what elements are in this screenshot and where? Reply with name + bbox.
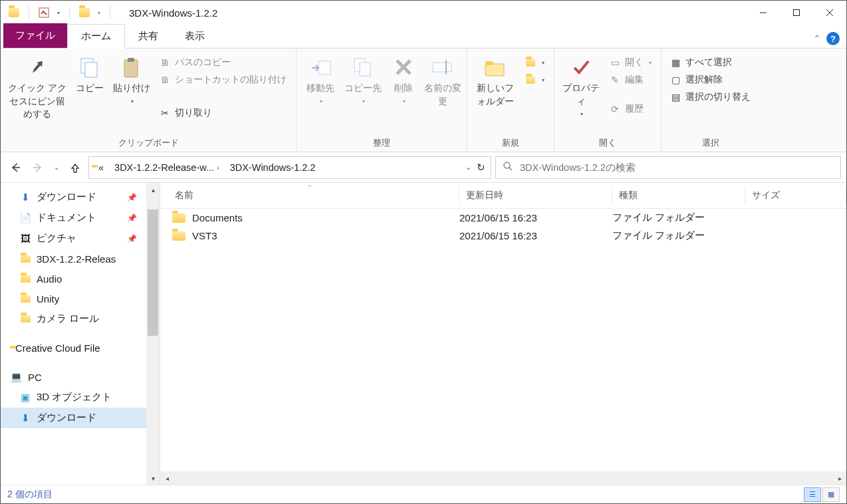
breadcrumb-part1[interactable]: 3DX-1.2.2-Release-w...› — [110, 162, 223, 173]
sidebar-item-creative-cloud[interactable]: Creative Cloud File — [1, 338, 146, 358]
file-row[interactable]: VST3 2021/06/15 16:23 ファイル フォルダー — [160, 227, 846, 245]
move-to-button[interactable]: 移動先▾ — [301, 51, 340, 109]
tab-view[interactable]: 表示 — [172, 25, 218, 48]
path-icon: 🗎 — [159, 57, 171, 68]
copy-button[interactable]: コピー — [71, 51, 108, 99]
folder-icon — [19, 253, 31, 265]
forward-button[interactable] — [29, 158, 47, 177]
copy-path-button[interactable]: 🗎パスのコピー — [155, 55, 292, 70]
svg-rect-8 — [128, 58, 134, 62]
sidebar-item-audio[interactable]: Audio — [1, 269, 146, 289]
folder-icon — [172, 231, 185, 241]
cut-button[interactable]: ✂切り取り — [155, 106, 292, 120]
invert-selection-button[interactable]: ▤選択の切り替え — [666, 90, 756, 104]
paste-icon — [120, 55, 144, 79]
file-row[interactable]: Documents 2021/06/15 16:23 ファイル フォルダー — [160, 209, 846, 227]
column-size[interactable]: サイズ — [745, 187, 846, 204]
svg-rect-7 — [124, 60, 138, 77]
scroll-right-icon[interactable]: ▸ — [833, 471, 846, 485]
sidebar-item-downloads[interactable]: ⬇ダウンロード📌 — [1, 187, 146, 207]
address-dropdown-icon[interactable]: ⌄ — [465, 163, 471, 172]
search-box[interactable] — [495, 156, 841, 179]
rename-icon — [431, 55, 455, 79]
sidebar: ⬇ダウンロード📌 📄ドキュメント📌 🖼ピクチャ📌 3DX-1.2.2-Relea… — [1, 183, 160, 485]
move-to-icon — [308, 55, 332, 79]
open-icon: ▭ — [609, 57, 621, 68]
new-item-button[interactable]: ▾ — [521, 55, 550, 70]
close-button[interactable] — [813, 1, 846, 25]
ribbon-tabs: ファイル ホーム 共有 表示 ⌃ ? — [1, 25, 846, 49]
sidebar-item-camera[interactable]: カメラ ロール — [1, 309, 146, 329]
select-all-button[interactable]: ▦すべて選択 — [666, 55, 756, 70]
svg-rect-14 — [433, 63, 451, 72]
properties-qat-icon[interactable] — [39, 7, 49, 18]
edit-icon: ✎ — [609, 74, 621, 86]
select-none-button[interactable]: ▢選択解除 — [666, 72, 756, 87]
svg-rect-6 — [85, 63, 97, 77]
recent-dropdown[interactable]: ⌄ — [51, 158, 62, 177]
sidebar-item-unity[interactable]: Unity — [1, 289, 146, 309]
qat-dropdown-icon[interactable]: ▾ — [57, 10, 60, 16]
open-button[interactable]: ▭開く▾ — [605, 55, 657, 70]
edit-button[interactable]: ✎編集 — [605, 72, 657, 87]
back-button[interactable] — [6, 158, 25, 177]
paste-shortcut-button[interactable]: 🗎ショートカットの貼り付け — [155, 72, 292, 87]
breadcrumb-overflow[interactable]: « — [94, 162, 108, 173]
scissors-icon: ✂ — [159, 107, 171, 119]
search-input[interactable] — [520, 162, 834, 173]
column-date[interactable]: 更新日時 — [459, 187, 612, 204]
group-label-organize: 整理 — [301, 137, 463, 150]
sidebar-item-pictures[interactable]: 🖼ピクチャ📌 — [1, 228, 146, 249]
ribbon-group-clipboard: クイック アクセスにピン留めする コピー 貼り付け ▾ 🗎パスのコピー 🗎ショー… — [1, 49, 297, 152]
sidebar-item-release[interactable]: 3DX-1.2.2-Releas — [1, 249, 146, 269]
scroll-left-icon[interactable]: ◂ — [160, 471, 174, 485]
tab-share[interactable]: 共有 — [125, 25, 172, 48]
sidebar-item-3d[interactable]: ▣3D オブジェクト — [1, 387, 146, 408]
rename-button[interactable]: 名前の変更 — [423, 51, 463, 112]
sidebar-item-downloads2[interactable]: ⬇ダウンロード — [1, 408, 146, 428]
ribbon-group-new: 新しいフォルダー ▾ ▾ 新規 — [467, 49, 554, 152]
properties-button[interactable]: プロパティ▾ — [558, 51, 604, 122]
column-type[interactable]: 種類 — [612, 187, 745, 204]
file-list[interactable]: Documents 2021/06/15 16:23 ファイル フォルダー VS… — [160, 209, 846, 471]
pictures-icon: 🖼 — [19, 233, 31, 245]
sidebar-item-pc[interactable]: 💻PC — [1, 367, 146, 387]
copy-to-button[interactable]: コピー先▾ — [342, 51, 384, 109]
content-area: ⬇ダウンロード📌 📄ドキュメント📌 🖼ピクチャ📌 3DX-1.2.2-Relea… — [1, 183, 846, 485]
address-bar[interactable]: « 3DX-1.2.2-Release-w...› 3DX-Windows-1.… — [88, 156, 491, 179]
scroll-down-icon[interactable]: ▾ — [146, 471, 160, 485]
new-folder-button[interactable]: 新しいフォルダー — [471, 51, 519, 112]
tab-file[interactable]: ファイル — [3, 23, 67, 48]
refresh-icon[interactable]: ↻ — [477, 162, 485, 174]
delete-button[interactable]: 削除▾ — [386, 51, 422, 109]
minimize-button[interactable] — [747, 1, 780, 25]
help-icon[interactable]: ? — [826, 32, 840, 45]
paste-button[interactable]: 貼り付け ▾ — [110, 51, 154, 109]
column-name[interactable]: ⌃ 名前 — [160, 187, 459, 204]
qat-customize-icon[interactable]: ▾ — [98, 10, 100, 16]
details-view-button[interactable]: ☰ — [804, 487, 821, 502]
ribbon: クイック アクセスにピン留めする コピー 貼り付け ▾ 🗎パスのコピー 🗎ショー… — [1, 49, 846, 152]
horizontal-scrollbar[interactable]: ◂ ▸ — [160, 471, 846, 485]
breadcrumb-part2[interactable]: 3DX-Windows-1.2.2 — [226, 162, 320, 173]
sidebar-item-documents[interactable]: 📄ドキュメント📌 — [1, 207, 146, 228]
svg-line-21 — [509, 168, 512, 170]
up-button[interactable] — [66, 158, 84, 177]
svg-rect-11 — [360, 63, 370, 76]
easy-access-button[interactable]: ▾ — [521, 72, 550, 87]
history-button[interactable]: ⟳履歴 — [605, 102, 657, 116]
shortcut-icon: 🗎 — [159, 74, 171, 86]
sidebar-scrollbar[interactable]: ▴ ▾ — [146, 183, 160, 485]
ribbon-group-open: プロパティ▾ ▭開く▾ ✎編集 ⟳履歴 開く — [554, 49, 662, 152]
scroll-up-icon[interactable]: ▴ — [146, 183, 160, 196]
pin-to-quick-access-button[interactable]: クイック アクセスにピン留めする — [5, 51, 70, 125]
svg-point-20 — [504, 162, 510, 168]
svg-rect-16 — [485, 64, 504, 76]
maximize-button[interactable] — [780, 1, 813, 25]
chevron-down-icon: ▾ — [131, 98, 134, 105]
tab-home[interactable]: ホーム — [67, 24, 125, 49]
group-label-select: 選択 — [666, 137, 756, 150]
collapse-ribbon-icon[interactable]: ⌃ — [813, 33, 821, 44]
nav-bar: ⌄ « 3DX-1.2.2-Release-w...› 3DX-Windows-… — [1, 152, 846, 183]
thumbnails-view-button[interactable]: ▦ — [822, 487, 840, 502]
